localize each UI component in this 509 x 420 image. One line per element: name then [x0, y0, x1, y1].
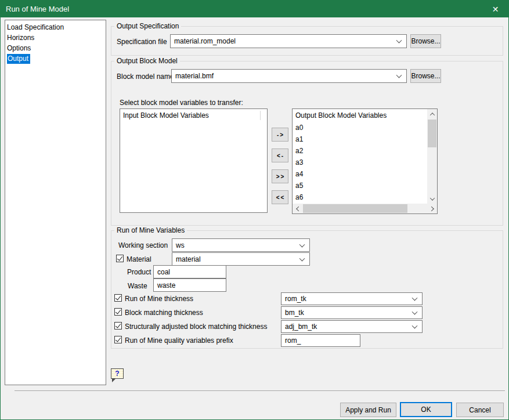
chevron-down-icon	[299, 241, 305, 247]
move-right-button[interactable]: ->	[272, 128, 288, 142]
horizontal-scrollbar[interactable]	[293, 204, 437, 213]
cancel-button[interactable]: Cancel	[456, 403, 504, 417]
rom-thickness-combo[interactable]: rom_tk	[281, 292, 423, 305]
move-all-right-button[interactable]: >>	[272, 169, 288, 183]
sidebar-item-load-specification[interactable]: Load Specification	[5, 22, 106, 32]
footer-divider	[15, 390, 505, 391]
output-variables-list[interactable]: Output Block Model Variables a0 a1 a2 a3…	[292, 108, 438, 214]
sidebar-item-label: Load Specification	[7, 23, 64, 31]
ok-button[interactable]: OK	[400, 402, 452, 417]
horizontal-scroll-thumb[interactable]	[303, 204, 407, 213]
sidebar-item-label: Horizons	[7, 34, 34, 42]
rom-variables-group-label: Run of Mine Variables	[114, 226, 187, 234]
block-model-name-combo[interactable]: material.bmf	[171, 69, 407, 83]
help-button[interactable]: ?	[111, 368, 124, 379]
chevron-down-icon	[412, 295, 418, 301]
chevron-down-icon	[412, 323, 418, 329]
output-specification-group-label: Output Specification	[114, 22, 181, 30]
close-button[interactable]: ✕	[482, 1, 508, 17]
apply-and-run-button[interactable]: Apply and Run	[340, 403, 396, 417]
list-item[interactable]: a3	[293, 157, 427, 168]
chevron-down-icon	[412, 309, 418, 315]
vertical-scrollbar[interactable]	[427, 109, 437, 204]
block-model-name-value: material.bmf	[175, 72, 214, 80]
title-bar[interactable]: Run of Mine Model	[1, 1, 508, 17]
block-matching-thickness-checkbox[interactable]	[114, 308, 122, 316]
chevron-down-icon	[299, 255, 305, 261]
question-mark-icon: ?	[115, 370, 119, 377]
scroll-down-icon[interactable]	[427, 194, 437, 204]
working-section-combo[interactable]: ws	[172, 238, 310, 252]
move-left-button[interactable]: <-	[272, 149, 288, 162]
sidebar-item-options[interactable]: Options	[5, 43, 106, 53]
adjusted-block-matching-thickness-checkbox[interactable]	[114, 322, 122, 330]
transfer-instruction-label: Select block model variables to transfer…	[120, 99, 243, 107]
dialog-window: Run of Mine Model ✕ Load Specification H…	[0, 0, 509, 420]
scroll-right-icon[interactable]	[427, 204, 437, 213]
column-divider	[260, 111, 261, 120]
rom-thickness-label: Run of Mine thickness	[125, 295, 193, 303]
working-section-label: Working section	[118, 241, 168, 249]
scroll-left-icon[interactable]	[293, 204, 302, 213]
block-model-name-label: Block model name	[117, 73, 174, 81]
sidebar-item-label: Output	[7, 54, 30, 64]
output-variables-header: Output Block Model Variables	[293, 109, 427, 122]
chevron-down-icon	[396, 38, 402, 44]
product-field[interactable]: coal	[153, 265, 226, 278]
material-checkbox[interactable]	[116, 255, 124, 262]
sidebar-item-horizons[interactable]: Horizons	[5, 32, 106, 43]
list-item[interactable]: a1	[293, 133, 427, 145]
specification-file-combo[interactable]: material.rom_model	[170, 34, 407, 48]
quality-prefix-checkbox[interactable]	[114, 336, 122, 343]
rom-thickness-checkbox[interactable]	[114, 294, 122, 302]
page-list[interactable]: Load Specification Horizons Options Outp…	[5, 20, 106, 385]
list-item[interactable]: a2	[293, 145, 427, 157]
output-block-model-group-label: Output Block Model	[114, 57, 180, 65]
list-item[interactable]: a6	[293, 191, 427, 203]
adjusted-block-matching-thickness-label: Structurally adjusted block matching thi…	[125, 323, 267, 331]
move-all-left-button[interactable]: <<	[272, 190, 288, 204]
waste-field[interactable]: waste	[153, 278, 226, 292]
sidebar-item-label: Options	[7, 44, 31, 52]
vertical-scroll-thumb[interactable]	[428, 120, 436, 147]
sidebar-item-output[interactable]: Output	[5, 53, 106, 64]
quality-prefix-field[interactable]: rom_	[281, 334, 360, 347]
input-variables-header: Input Block Model Variables	[120, 109, 267, 122]
output-variables-viewport: Output Block Model Variables a0 a1 a2 a3…	[293, 109, 427, 204]
product-label: Product	[127, 268, 151, 276]
window-title: Run of Mine Model	[6, 5, 69, 13]
material-combo[interactable]: material	[172, 252, 310, 266]
close-icon: ✕	[492, 5, 499, 14]
adjusted-block-matching-thickness-combo[interactable]: adj_bm_tk	[281, 320, 423, 333]
specification-file-value: material.rom_model	[174, 37, 236, 45]
quality-prefix-label: Run of Mine quality variables prefix	[125, 336, 233, 345]
browse-block-model-button[interactable]: Browse...	[410, 69, 441, 83]
block-matching-thickness-label: Block matching thickness	[125, 309, 203, 317]
block-matching-thickness-combo[interactable]: bm_tk	[281, 306, 423, 319]
list-item[interactable]: a5	[293, 180, 427, 191]
waste-label: Waste	[128, 282, 147, 290]
specification-file-label: Specification file	[117, 38, 167, 46]
input-variables-list[interactable]: Input Block Model Variables	[120, 108, 268, 213]
list-item[interactable]: a0	[293, 122, 427, 133]
list-item[interactable]: a4	[293, 168, 427, 180]
browse-specification-button[interactable]: Browse...	[410, 34, 441, 48]
scroll-up-icon[interactable]	[427, 109, 437, 119]
chevron-down-icon	[396, 73, 402, 78]
material-label: Material	[127, 255, 151, 263]
